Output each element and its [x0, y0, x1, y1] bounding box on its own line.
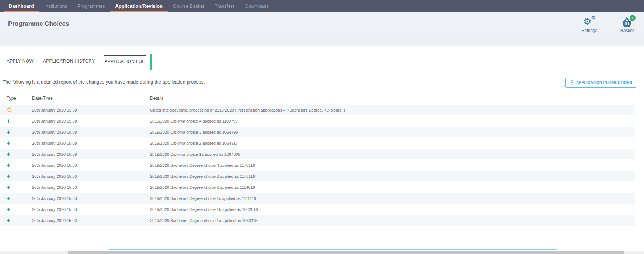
plus-icon: + [7, 173, 10, 179]
table-row: + 20th January 2020 15:03 2019/2020 Bach… [0, 171, 635, 182]
basket-count-badge: 0 [629, 15, 636, 21]
row-details: 2019/2020 Bachelors Degree choice 1b app… [150, 207, 635, 212]
nav-item-label: Application/Revision [115, 3, 163, 9]
nav-item-downloads[interactable]: Downloads [240, 0, 274, 12]
row-datetime: 20th January 2020 15:08 [32, 130, 150, 134]
table-row: + 20th January 2020 15:03 2019/2020 Bach… [0, 160, 635, 171]
nav-item-label: Course Basket [173, 3, 204, 9]
table-row: + 20th January 2020 15:03 2019/2020 Bach… [0, 193, 635, 204]
row-datetime: 20th January 2020 15:08 [32, 108, 150, 112]
application-instructions-button[interactable]: APPLICATION INSTRUCTIONS [565, 78, 636, 88]
row-details: 2019/2020 Diploma choice 1a applied as 1… [150, 152, 635, 156]
row-datetime: 20th January 2020 15:03 [32, 196, 150, 201]
plus-icon: + [7, 195, 10, 201]
horizontal-scrollbar-thumb[interactable] [68, 251, 624, 254]
tab-apply-now[interactable]: APPLY NOW [2, 53, 38, 70]
table-body: 20th January 2020 15:08 Opted into seque… [0, 105, 635, 226]
table-row: + 20th January 2020 15:03 2019/2020 Bach… [0, 204, 635, 215]
nav-item-programmes[interactable]: Programmes [72, 0, 110, 12]
refresh-icon [7, 107, 12, 113]
nav-item-institutions[interactable]: Institutions [39, 0, 72, 12]
row-details: Opted into sequential processing of 2019… [150, 108, 635, 112]
nav-item-label: Transfers [215, 3, 234, 9]
plus-icon: + [7, 162, 10, 168]
nav-item-course-basket[interactable]: Course Basket [168, 0, 209, 12]
table-row: + 20th January 2020 15:08 2019/2020 Dipl… [0, 116, 635, 127]
table-row: + 20th January 2020 15:03 2019/2020 Bach… [0, 182, 635, 193]
row-details: 2019/2020 Bachelors Degree choice 2 appl… [150, 185, 635, 190]
row-details: 2019/2020 Bachelors Degree choice 4 appl… [150, 163, 635, 167]
header-sub-band [0, 36, 644, 46]
application-log-table: Type Date-Time Details 20th January 2020… [0, 94, 635, 226]
row-datetime: 20th January 2020 15:03 [32, 163, 150, 167]
plus-icon: + [7, 140, 10, 146]
row-datetime: 20th January 2020 15:03 [32, 207, 150, 212]
plus-icon: + [7, 217, 10, 223]
settings-button[interactable]: ⚙⚙ Settings [581, 17, 598, 33]
tab-bar: APPLY NOW APPLICATION HISTORY APPLICATIO… [0, 53, 644, 70]
top-navigation: Dashboard Institutions Programmes Applic… [0, 0, 644, 12]
circle-minus-icon [570, 80, 574, 85]
nav-item-dashboard[interactable]: Dashboard [4, 0, 39, 12]
table-header-row: Type Date-Time Details [0, 94, 635, 103]
log-description: The following is a detailed report of th… [3, 79, 205, 85]
row-details: 2019/2020 Diploma choice 2 applied as 10… [150, 141, 635, 145]
row-details: 2019/2020 Diploma choice 3 applied as 10… [150, 130, 635, 134]
page-header: Programme Choices ⚙⚙ Settings 0 Basket [0, 12, 644, 36]
row-details: 2019/2020 Bachelors Degree choice 1c app… [150, 196, 635, 201]
row-details: 2019/2020 Bachelors Degree choice 1a app… [150, 218, 635, 223]
plus-icon: + [7, 129, 10, 135]
table-row: + 20th January 2020 15:08 2019/2020 Dipl… [0, 149, 635, 160]
bottom-accent-line [109, 249, 557, 250]
row-details: 2019/2020 Bachelors Degree choice 3 appl… [150, 174, 635, 179]
horizontal-scrollbar[interactable] [0, 251, 644, 254]
table-row: + 20th January 2020 15:03 2019/2020 Bach… [0, 215, 635, 226]
tab-application-history[interactable]: APPLICATION HISTORY [38, 53, 100, 70]
nav-item-label: Downloads [245, 3, 269, 9]
table-row: + 20th January 2020 15:08 2019/2020 Dipl… [0, 138, 635, 149]
row-datetime: 20th January 2020 15:03 [32, 218, 150, 223]
tab-label: APPLY NOW [7, 59, 34, 64]
column-header-datetime: Date-Time [32, 96, 150, 101]
basket-button[interactable]: 0 Basket [619, 17, 635, 33]
basket-label: Basket [620, 28, 634, 33]
settings-label: Settings [581, 28, 597, 33]
tab-label: APPLICATION HISTORY [43, 59, 95, 64]
row-datetime: 20th January 2020 15:03 [32, 185, 150, 190]
nav-item-label: Institutions [44, 3, 67, 9]
gear-icon: ⚙⚙ [583, 17, 596, 27]
nav-item-transfers[interactable]: Transfers [209, 0, 240, 12]
column-header-details: Details [150, 96, 635, 101]
plus-icon: + [7, 206, 10, 212]
nav-item-label: Dashboard [9, 3, 34, 9]
scrollbar-corner [631, 251, 644, 251]
page-title: Programme Choices [8, 20, 69, 28]
nav-item-application-revision[interactable]: Application/Revision [110, 0, 168, 12]
row-datetime: 20th January 2020 15:03 [32, 174, 150, 179]
row-datetime: 20th January 2020 15:08 [32, 119, 150, 123]
row-datetime: 20th January 2020 15:08 [32, 152, 150, 156]
table-row: + 20th January 2020 15:08 2019/2020 Dipl… [0, 127, 635, 138]
plus-icon: + [7, 118, 10, 124]
tab-application-log[interactable]: APPLICATION LOG [100, 53, 150, 70]
nav-item-label: Programmes [77, 3, 105, 9]
plus-icon: + [7, 151, 10, 157]
plus-icon: + [7, 184, 10, 190]
row-datetime: 20th January 2020 15:08 [32, 141, 150, 145]
tab-label: APPLICATION LOG [104, 59, 146, 64]
table-row: 20th January 2020 15:08 Opted into seque… [0, 105, 635, 116]
column-header-type: Type [0, 96, 32, 101]
application-instructions-label: APPLICATION INSTRUCTIONS [576, 81, 632, 85]
row-details: 2019/2020 Diploma choice 4 applied as 11… [150, 119, 635, 123]
